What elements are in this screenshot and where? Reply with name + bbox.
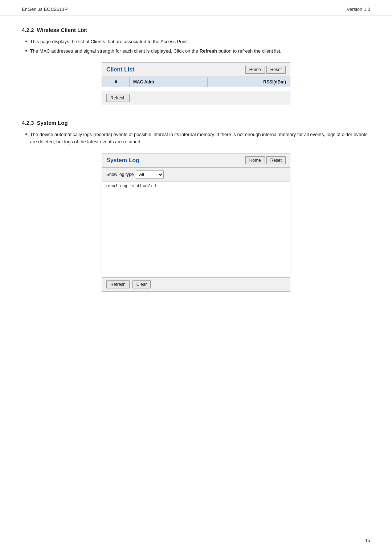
- bullet-item: This page displays the list of Clients t…: [25, 38, 370, 45]
- header-left: EnGenius EOC2611P: [22, 7, 68, 12]
- client-list-home-button[interactable]: Home: [245, 66, 265, 74]
- col-header-rssi: RSSI(dBm): [208, 77, 290, 87]
- log-type-label: Show log type: [106, 172, 134, 177]
- bullet-item: The device automatically logs (records) …: [25, 131, 370, 145]
- section-wireless-client-list: 4.2.2 Wireless Client List This page dis…: [22, 27, 370, 105]
- system-log-panel: System Log Home Reset Show log type All …: [102, 153, 290, 292]
- section-423-title: System Log: [37, 120, 68, 126]
- bullet-text-3: The device automatically logs (records) …: [30, 131, 370, 145]
- section-423-bullets: The device automatically logs (records) …: [22, 131, 370, 145]
- client-list-footer: Refresh: [102, 91, 290, 105]
- client-list-reset-button[interactable]: Reset: [266, 66, 286, 74]
- system-log-refresh-button[interactable]: Refresh: [106, 280, 130, 288]
- system-log-reset-button[interactable]: Reset: [266, 156, 286, 164]
- section-423-heading: 4.2.3 System Log: [22, 120, 370, 126]
- system-log-clear-button[interactable]: Clear: [132, 280, 151, 288]
- system-log-footer: Refresh Clear: [102, 277, 290, 291]
- log-controls: Show log type All System Wireless DoS: [102, 168, 290, 182]
- main-content: 4.2.2 Wireless Client List This page dis…: [0, 16, 392, 324]
- bullet-item: The MAC addresses and signal strength fo…: [25, 48, 370, 55]
- table-header-row: # MAC Addr RSSI(dBm): [102, 77, 290, 87]
- table-empty-row: [102, 87, 290, 91]
- client-list-table: # MAC Addr RSSI(dBm): [102, 77, 290, 91]
- section-423-number: 4.2.3: [22, 120, 34, 126]
- header-right: Version 1.0: [347, 7, 370, 12]
- col-header-mac: MAC Addr: [130, 77, 208, 87]
- section-422-title: Wireless Client List: [37, 27, 87, 33]
- system-log-panel-header: System Log Home Reset: [102, 153, 290, 168]
- client-list-title: Client List: [106, 66, 134, 73]
- bullet-text-1: This page displays the list of Clients t…: [30, 38, 189, 45]
- client-list-panel: Client List Home Reset # MAC Addr RSSI(d…: [102, 62, 290, 105]
- client-list-refresh-button[interactable]: Refresh: [106, 94, 130, 102]
- client-list-panel-header: Client List Home Reset: [102, 63, 290, 77]
- col-header-number: #: [102, 77, 130, 87]
- section-422-number: 4.2.2: [22, 27, 34, 33]
- bullet-text-2: The MAC addresses and signal strength fo…: [30, 48, 281, 55]
- page-footer: 15: [22, 534, 370, 543]
- header-bar: EnGenius EOC2611P Version 1.0: [0, 0, 392, 16]
- section-422-bullets: This page displays the list of Clients t…: [22, 38, 370, 54]
- page-wrapper: EnGenius EOC2611P Version 1.0 4.2.2 Wire…: [0, 0, 392, 554]
- log-type-select[interactable]: All System Wireless DoS: [136, 171, 164, 178]
- system-log-home-button[interactable]: Home: [245, 156, 265, 164]
- system-log-nav-buttons: Home Reset: [245, 156, 286, 164]
- system-log-title: System Log: [106, 157, 139, 164]
- page-number: 15: [365, 538, 370, 543]
- client-list-nav-buttons: Home Reset: [245, 66, 286, 74]
- log-textarea[interactable]: Local Log is disabled.: [102, 182, 290, 276]
- section-422-heading: 4.2.2 Wireless Client List: [22, 27, 370, 33]
- section-system-log: 4.2.3 System Log The device automaticall…: [22, 120, 370, 292]
